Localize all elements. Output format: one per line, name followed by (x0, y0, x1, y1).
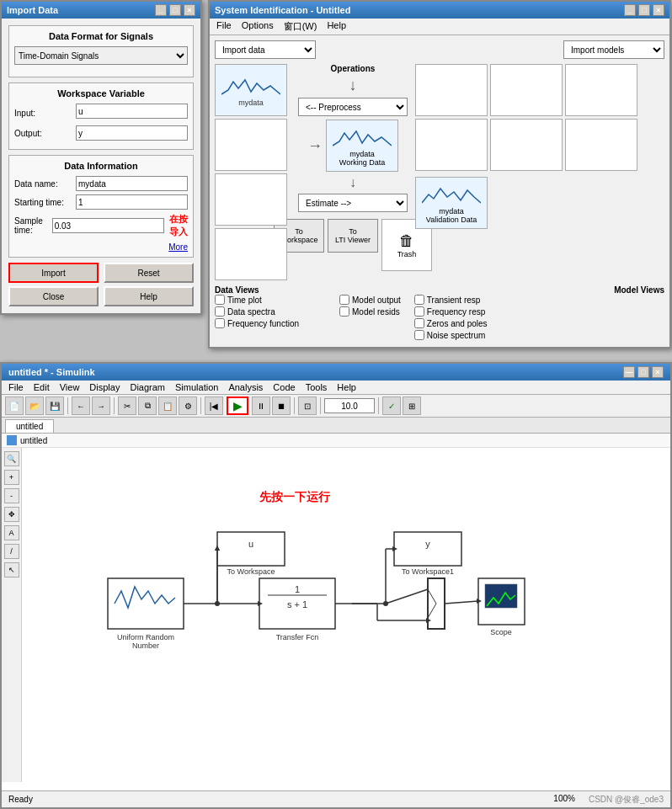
mydata-cell[interactable]: mydata (215, 64, 287, 116)
sim-canvas-container: 🔍 + - ✥ A / ↖ 先按一下运行 Uniform Random Numb… (2, 448, 670, 782)
sample-time-row: Sample time: 在按导入 (14, 213, 188, 238)
sim-time-input[interactable] (324, 398, 375, 413)
frequency-checkbox[interactable] (414, 306, 424, 317)
sim-menu-view[interactable]: View (60, 382, 80, 392)
sim-menu-simulation[interactable]: Simulation (175, 382, 218, 392)
help-button[interactable]: Help (104, 286, 194, 306)
trash-label: Trash (397, 250, 417, 258)
transient-row: Transient resp (414, 295, 488, 305)
more-link[interactable]: More (168, 242, 188, 252)
data-spectra-checkbox[interactable] (215, 306, 225, 317)
time-plot-checkbox[interactable] (215, 295, 225, 305)
import-button[interactable]: Import (8, 263, 99, 283)
data-info-title: Data Information (14, 161, 188, 171)
data-column: mydata (215, 64, 291, 280)
new-btn[interactable]: 📄 (5, 397, 24, 415)
sim-menu-diagram[interactable]: Diagram (130, 382, 165, 392)
open-btn[interactable]: 📂 (25, 397, 44, 415)
import-models-select[interactable]: Import models (563, 40, 664, 59)
model-output-checkbox[interactable] (339, 295, 349, 305)
sim-close-btn[interactable]: × (652, 366, 664, 378)
stop-btn[interactable]: ⏹ (272, 397, 291, 415)
frequency-label: Frequency resp (427, 307, 485, 317)
grid-btn[interactable]: ⊞ (403, 397, 421, 415)
pan-btn[interactable]: ✥ (4, 507, 19, 522)
zoom-fit-btn[interactable]: ⊡ (298, 397, 317, 415)
to-workspace-u-block (217, 532, 285, 566)
import-title: Import Data (7, 5, 58, 15)
sim-menu-file[interactable]: File (8, 382, 24, 392)
transient-checkbox[interactable] (414, 295, 424, 305)
sim-menubar: File Edit View Display Diagram Simulatio… (2, 381, 670, 395)
close-btn[interactable]: × (184, 4, 195, 16)
sysid-close-btn[interactable]: × (653, 4, 664, 16)
starting-time-field[interactable] (76, 194, 188, 210)
preprocess-select[interactable]: <-- Preprocess (298, 98, 408, 116)
magnify-btn[interactable]: 🔍 (4, 451, 19, 466)
model-resids-checkbox[interactable] (339, 306, 349, 317)
format-select[interactable]: Time-Domain Signals Frequency-Domain Sig… (14, 46, 188, 65)
select-btn[interactable]: ↖ (4, 562, 19, 577)
input-field[interactable] (76, 104, 188, 119)
step-back-btn[interactable]: |◀ (205, 397, 223, 415)
paste-btn[interactable]: 📋 (158, 397, 177, 415)
titlebar-buttons: _ □ × (155, 4, 195, 16)
status-right: 100% CSDN @俊睿_ode3 (553, 794, 664, 806)
sim-menu-edit[interactable]: Edit (34, 382, 50, 392)
estimate-select[interactable]: Estimate --> (298, 194, 408, 212)
pause-btn[interactable]: ⏸ (252, 397, 270, 415)
sysid-menu-window[interactable]: 窗口(W) (284, 20, 317, 33)
untitled-tab[interactable]: untitled (5, 419, 54, 433)
minimize-btn[interactable]: _ (155, 4, 167, 16)
zoom-in-btn[interactable]: + (4, 470, 19, 485)
line-btn[interactable]: / (4, 544, 19, 559)
run-button[interactable]: ▶ (227, 397, 248, 415)
close-button[interactable]: Close (8, 286, 99, 306)
sample-time-field[interactable] (52, 218, 164, 233)
sim-menu-analysis[interactable]: Analysis (228, 382, 263, 392)
sim-minimize-btn[interactable]: — (623, 366, 635, 378)
zoom-out-btn[interactable]: - (4, 488, 19, 503)
sysid-maximize-btn[interactable]: □ (638, 4, 650, 16)
noise-checkbox[interactable] (414, 330, 424, 340)
views-row: Data Views Time plot Data spectra Freque… (215, 285, 664, 342)
sim-maximize-btn[interactable]: □ (637, 366, 649, 378)
sim-menu-tools[interactable]: Tools (306, 382, 328, 392)
to-lti-label: ToLTI Viewer (335, 227, 371, 244)
output-field[interactable] (76, 125, 188, 141)
sim-menu-code[interactable]: Code (273, 382, 295, 392)
to-lti-btn[interactable]: ToLTI Viewer (328, 219, 378, 253)
text-btn[interactable]: A (4, 525, 19, 540)
model-views-title: Model Views (339, 285, 664, 295)
model-views-col2: Transient resp Frequency resp Zeros and … (414, 295, 488, 342)
import-data-select[interactable]: Import data (215, 40, 316, 59)
working-data-cell[interactable]: mydata Working Data (326, 120, 398, 172)
copy-btn[interactable]: ⧉ (138, 397, 157, 415)
data-name-field[interactable] (76, 176, 188, 191)
check-btn[interactable]: ✓ (382, 397, 401, 415)
sim-menu-help[interactable]: Help (337, 382, 356, 392)
zeros-poles-checkbox[interactable] (414, 318, 424, 328)
cut-btn[interactable]: ✂ (118, 397, 136, 415)
more-container: More (14, 242, 188, 252)
import-titlebar: Import Data _ □ × (2, 2, 200, 19)
model-cell-6 (565, 119, 637, 171)
sysid-menu-help[interactable]: Help (327, 20, 346, 33)
zeros-poles-row: Zeros and poles (414, 318, 488, 328)
working-data-label: mydata (349, 150, 375, 158)
back-btn[interactable]: ← (72, 397, 90, 415)
save-btn[interactable]: 💾 (45, 397, 64, 415)
sysid-minimize-btn[interactable]: _ (624, 4, 636, 16)
reset-button[interactable]: Reset (104, 263, 194, 283)
status-text: Ready (8, 795, 33, 804)
settings-btn[interactable]: ⚙ (179, 397, 197, 415)
svg-text:To Workspace: To Workspace (227, 567, 275, 576)
sysid-menu-options[interactable]: Options (242, 20, 274, 33)
frequency-function-checkbox[interactable] (215, 318, 225, 328)
sim-titlebar: untitled * - Simulink — □ × (2, 364, 670, 381)
forward-btn[interactable]: → (92, 397, 110, 415)
sim-menu-display[interactable]: Display (89, 382, 120, 392)
maximize-btn[interactable]: □ (169, 4, 181, 16)
sysid-menu-file[interactable]: File (216, 20, 232, 33)
validation-cell[interactable]: mydata Validation Data (415, 177, 488, 229)
